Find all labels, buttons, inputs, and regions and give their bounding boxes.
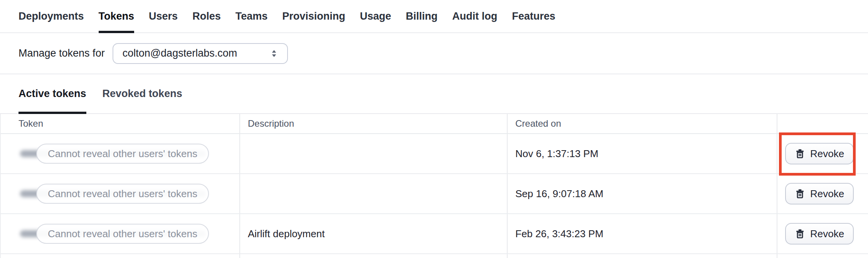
revoke-button[interactable]: Revoke	[785, 183, 854, 204]
nav-tab-provisioning[interactable]: Provisioning	[282, 0, 345, 32]
tab-revoked-tokens[interactable]: Revoked tokens	[103, 74, 182, 113]
table-row: Cannot reveal other users' tokens Sep 16…	[1, 174, 868, 214]
table-row: Cannot reveal other users' tokens Nov 6,…	[1, 134, 868, 174]
nav-tab-usage[interactable]: Usage	[360, 0, 391, 32]
created-on-cell: Feb 26, 3:43:23 PM	[507, 214, 777, 253]
column-header-actions	[777, 114, 868, 133]
actions-cell	[777, 254, 868, 258]
actions-cell: Revoke	[777, 214, 868, 253]
column-header-token: Token	[1, 114, 239, 133]
double-caret-vertical-icon	[269, 48, 279, 59]
table-header-row: Token Description Created on	[1, 114, 868, 134]
nav-tab-audit-log[interactable]: Audit log	[452, 0, 497, 32]
description-cell	[239, 134, 507, 173]
revoke-button-label: Revoke	[810, 188, 844, 200]
token-hidden-pill: Cannot reveal other users' tokens	[36, 184, 209, 204]
nav-tab-deployments[interactable]: Deployments	[19, 0, 84, 32]
token-cell	[1, 254, 239, 258]
token-cell: Cannot reveal other users' tokens	[1, 214, 239, 253]
table-row-partial	[1, 254, 868, 258]
token-cell: Cannot reveal other users' tokens	[1, 134, 239, 173]
column-header-created-on: Created on	[507, 114, 777, 133]
token-status-tabs: Active tokens Revoked tokens	[0, 74, 868, 114]
description-cell	[239, 254, 507, 258]
tab-active-tokens[interactable]: Active tokens	[19, 74, 86, 113]
tokens-table: Token Description Created on Cannot reve…	[0, 114, 868, 258]
nav-tab-features[interactable]: Features	[512, 0, 555, 32]
nav-tab-roles[interactable]: Roles	[192, 0, 221, 32]
actions-cell: Revoke	[777, 174, 868, 213]
created-on-cell: Sep 16, 9:07:18 AM	[507, 174, 777, 213]
description-cell	[239, 174, 507, 213]
revoke-button-label: Revoke	[810, 228, 844, 240]
trash-icon	[795, 189, 805, 199]
token-hidden-pill: Cannot reveal other users' tokens	[36, 224, 209, 244]
user-select-value: colton@dagsterlabs.com	[123, 47, 237, 59]
nav-tab-teams[interactable]: Teams	[236, 0, 268, 32]
token-hidden-pill: Cannot reveal other users' tokens	[36, 144, 209, 164]
revoke-button-label: Revoke	[810, 148, 844, 160]
description-cell: Airlift deployment	[239, 214, 507, 253]
table-row: Cannot reveal other users' tokens Airlif…	[1, 214, 868, 254]
trash-icon	[795, 229, 805, 239]
created-on-cell: Nov 6, 1:37:13 PM	[507, 134, 777, 173]
user-select[interactable]: colton@dagsterlabs.com	[113, 43, 288, 64]
revoke-button[interactable]: Revoke	[785, 143, 854, 164]
revoke-button[interactable]: Revoke	[785, 223, 854, 245]
manage-tokens-bar: Manage tokens for colton@dagsterlabs.com	[0, 33, 868, 74]
manage-tokens-label: Manage tokens for	[19, 47, 105, 59]
token-cell: Cannot reveal other users' tokens	[1, 174, 239, 213]
settings-nav: Deployments Tokens Users Roles Teams Pro…	[0, 0, 868, 33]
actions-cell: Revoke	[777, 134, 868, 173]
column-header-description: Description	[239, 114, 507, 133]
nav-tab-billing[interactable]: Billing	[406, 0, 438, 32]
created-on-cell	[507, 254, 777, 258]
trash-icon	[795, 149, 805, 159]
nav-tab-users[interactable]: Users	[149, 0, 178, 32]
nav-tab-tokens[interactable]: Tokens	[99, 0, 135, 32]
